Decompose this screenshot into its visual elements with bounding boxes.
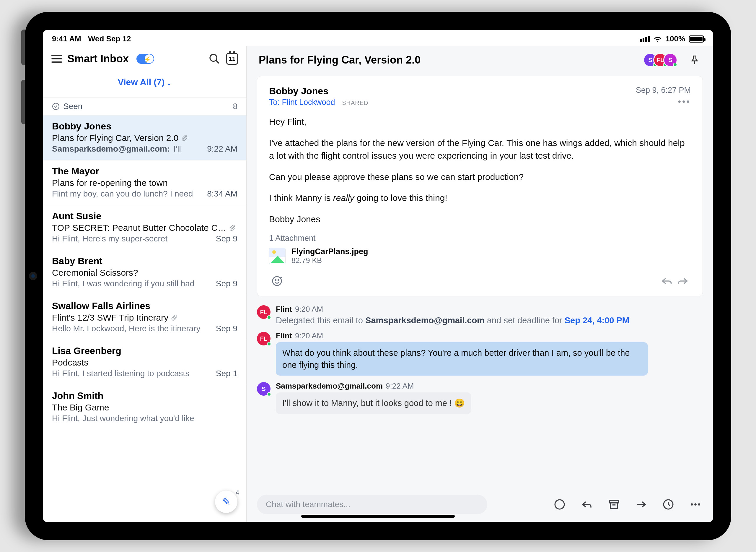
email-subject: Plans for re-opening the town bbox=[52, 178, 237, 188]
calendar-button[interactable]: 11 bbox=[226, 53, 238, 65]
comment-row: FLFlint9:20 AMDelegated this email to Sa… bbox=[257, 305, 703, 325]
participant-avatars[interactable]: SFLS bbox=[643, 53, 678, 67]
email-item[interactable]: Bobby JonesPlans for Flying Car, Version… bbox=[43, 115, 246, 160]
message-menu-button[interactable]: ••• bbox=[636, 97, 691, 107]
email-item[interactable]: Lisa GreenbergPodcastsHi Flint, I starte… bbox=[43, 340, 246, 385]
react-button[interactable] bbox=[269, 273, 285, 289]
attachment[interactable]: FlyingCarPlans.jpeg 82.79 KB bbox=[269, 247, 691, 265]
presence-indicator bbox=[267, 315, 271, 319]
email-item[interactable]: John SmithThe Big GameHi Flint, Just won… bbox=[43, 385, 246, 430]
snooze-button[interactable] bbox=[661, 497, 676, 512]
email-preview-sender: Samsparksdemo@gmail.com: bbox=[52, 144, 170, 154]
more-actions-button[interactable] bbox=[688, 497, 703, 512]
email-time: Sep 9 bbox=[216, 324, 237, 333]
status-bar: 9:41 AM Wed Sep 12 100% bbox=[43, 30, 713, 46]
email-snippet: Hi Flint, Here's my super-secret bbox=[52, 234, 212, 244]
archive-button[interactable] bbox=[607, 497, 621, 512]
comment-avatar: S bbox=[257, 382, 270, 396]
svg-line-1 bbox=[216, 60, 219, 63]
device-button bbox=[21, 80, 25, 124]
comment-time: 9:20 AM bbox=[295, 331, 323, 340]
home-indicator[interactable] bbox=[301, 515, 455, 518]
email-subject: Podcasts bbox=[52, 358, 237, 368]
presence-indicator bbox=[267, 392, 271, 396]
device-button bbox=[21, 29, 25, 65]
email-subject: TOP SECRET: Peanut Butter Chocolate C… bbox=[52, 223, 237, 233]
comment-author: Flint bbox=[276, 331, 292, 340]
message-from: Bobby Jones bbox=[269, 86, 368, 97]
search-button[interactable] bbox=[208, 52, 221, 65]
seen-section[interactable]: Seen 8 bbox=[43, 97, 246, 115]
message-date: Sep 9, 6:27 PM bbox=[636, 86, 691, 95]
email-time: 9:22 AM bbox=[207, 144, 237, 154]
email-time: Sep 9 bbox=[216, 279, 237, 288]
message-to[interactable]: To: Flint Lockwood bbox=[269, 98, 335, 107]
attachment-name: FlyingCarPlans.jpeg bbox=[292, 247, 368, 256]
comment-bubble[interactable]: What do you think about these plans? You… bbox=[276, 342, 648, 376]
compose-badge: 4 bbox=[236, 489, 239, 497]
email-message: Bobby Jones To: Flint Lockwood SHARED Se… bbox=[257, 76, 703, 296]
email-sender: Lisa Greenberg bbox=[52, 346, 237, 357]
svg-point-4 bbox=[275, 280, 276, 280]
forward-toolbar-button[interactable] bbox=[634, 497, 648, 512]
message-pane: Plans for Flying Car, Version 2.0 SFLS B… bbox=[247, 46, 713, 522]
email-subject: Flint's 12/3 SWF Trip Itinerary bbox=[52, 313, 237, 323]
comment-row: SSamsparksdemo@gmail.com9:22 AMI'll show… bbox=[257, 382, 703, 414]
email-snippet: Hi Flint, I started listening to podcast… bbox=[52, 369, 212, 378]
cellular-icon bbox=[640, 36, 650, 42]
email-snippet: Hi Flint, I was wondering if you still h… bbox=[52, 279, 212, 288]
forward-button[interactable] bbox=[675, 273, 691, 289]
email-time: Sep 9 bbox=[216, 234, 237, 244]
calendar-day: 11 bbox=[229, 55, 235, 62]
comment-avatar: FL bbox=[257, 305, 270, 319]
menu-button[interactable] bbox=[51, 55, 62, 62]
email-snippet: Hi Flint, Just wondering what you'd like bbox=[52, 414, 234, 423]
status-time: 9:41 AM bbox=[52, 34, 81, 43]
email-sender: Aunt Susie bbox=[52, 211, 237, 222]
battery-percent: 100% bbox=[666, 34, 686, 43]
email-snippet: Hello Mr. Lockwood, Here is the itinerar… bbox=[52, 324, 212, 333]
comment-author: Flint bbox=[276, 305, 292, 313]
file-thumbnail-icon bbox=[269, 248, 286, 264]
chevron-down-icon: ⌄ bbox=[166, 79, 172, 87]
svg-point-6 bbox=[555, 500, 564, 509]
comment-bubble[interactable]: I'll show it to Manny, but it looks good… bbox=[276, 392, 471, 414]
compose-button[interactable]: ✎ 4 bbox=[215, 491, 237, 513]
inbox-title: Smart Inbox bbox=[67, 52, 129, 65]
reply-button[interactable] bbox=[659, 273, 675, 289]
email-item[interactable]: Aunt SusieTOP SECRET: Peanut Butter Choc… bbox=[43, 205, 246, 250]
email-item[interactable]: Baby BrentCeremonial Scissors?Hi Flint, … bbox=[43, 250, 246, 295]
email-time: Sep 1 bbox=[216, 369, 237, 378]
chat-input[interactable]: Chat with teammates... bbox=[257, 495, 487, 514]
email-list: Bobby JonesPlans for Flying Car, Version… bbox=[43, 115, 246, 522]
sidebar: Smart Inbox ⚡ 11 View All (7)⌄ Seen bbox=[43, 46, 247, 522]
email-item[interactable]: The MayorPlans for re-opening the townFl… bbox=[43, 160, 246, 205]
comment-time: 9:22 AM bbox=[386, 382, 414, 390]
email-subject: Plans for Flying Car, Version 2.0 bbox=[52, 133, 237, 143]
presence-indicator bbox=[673, 62, 677, 67]
device-camera bbox=[29, 272, 37, 280]
mark-read-button[interactable] bbox=[552, 497, 567, 512]
svg-point-5 bbox=[278, 280, 279, 280]
smart-inbox-toggle[interactable]: ⚡ bbox=[137, 54, 154, 64]
attachment-icon bbox=[182, 135, 188, 141]
device-frame: 9:41 AM Wed Sep 12 100% Smart Inbox ⚡ bbox=[25, 12, 731, 540]
delegation-notice: Delegated this email to Samsparksdemo@gm… bbox=[276, 316, 703, 325]
email-snippet: I'll bbox=[173, 144, 203, 154]
seen-count: 8 bbox=[233, 102, 237, 111]
email-subject: The Big Game bbox=[52, 403, 237, 413]
battery-icon bbox=[689, 35, 704, 42]
presence-indicator bbox=[267, 342, 271, 346]
email-snippet: Flint my boy, can you do lunch? I need bbox=[52, 189, 203, 198]
pin-button[interactable] bbox=[688, 53, 701, 66]
status-date: Wed Sep 12 bbox=[88, 34, 131, 43]
participant-avatar[interactable]: S bbox=[663, 53, 678, 67]
message-body: Hey Flint, I've attached the plans for t… bbox=[269, 115, 691, 226]
svg-point-11 bbox=[698, 503, 700, 506]
shared-badge: SHARED bbox=[342, 100, 368, 106]
reply-toolbar-button[interactable] bbox=[579, 497, 594, 512]
email-item[interactable]: Swallow Falls AirlinesFlint's 12/3 SWF T… bbox=[43, 295, 246, 340]
svg-point-3 bbox=[272, 277, 281, 285]
view-all-button[interactable]: View All (7)⌄ bbox=[43, 70, 246, 97]
wifi-icon bbox=[653, 35, 662, 42]
